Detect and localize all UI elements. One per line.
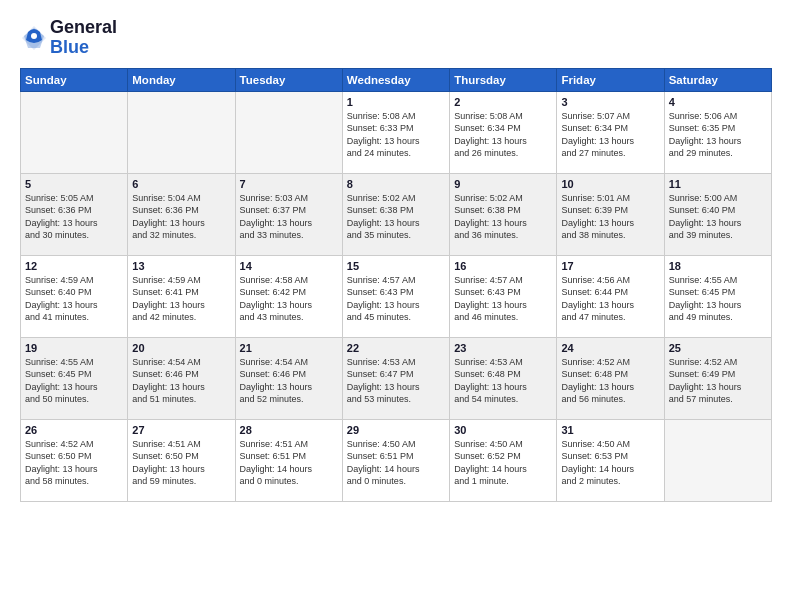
- day-info: Sunrise: 5:00 AM Sunset: 6:40 PM Dayligh…: [669, 192, 767, 242]
- day-info: Sunrise: 5:02 AM Sunset: 6:38 PM Dayligh…: [347, 192, 445, 242]
- weekday-header-saturday: Saturday: [664, 68, 771, 91]
- calendar-cell: 31Sunrise: 4:50 AM Sunset: 6:53 PM Dayli…: [557, 419, 664, 501]
- day-info: Sunrise: 4:52 AM Sunset: 6:48 PM Dayligh…: [561, 356, 659, 406]
- day-number: 24: [561, 342, 659, 354]
- day-number: 8: [347, 178, 445, 190]
- calendar-cell: [128, 91, 235, 173]
- calendar-cell: 26Sunrise: 4:52 AM Sunset: 6:50 PM Dayli…: [21, 419, 128, 501]
- day-number: 15: [347, 260, 445, 272]
- day-info: Sunrise: 4:58 AM Sunset: 6:42 PM Dayligh…: [240, 274, 338, 324]
- calendar-cell: 10Sunrise: 5:01 AM Sunset: 6:39 PM Dayli…: [557, 173, 664, 255]
- day-number: 29: [347, 424, 445, 436]
- day-info: Sunrise: 4:57 AM Sunset: 6:43 PM Dayligh…: [454, 274, 552, 324]
- calendar-cell: 28Sunrise: 4:51 AM Sunset: 6:51 PM Dayli…: [235, 419, 342, 501]
- day-info: Sunrise: 5:04 AM Sunset: 6:36 PM Dayligh…: [132, 192, 230, 242]
- day-info: Sunrise: 5:02 AM Sunset: 6:38 PM Dayligh…: [454, 192, 552, 242]
- day-number: 23: [454, 342, 552, 354]
- calendar-cell: 2Sunrise: 5:08 AM Sunset: 6:34 PM Daylig…: [450, 91, 557, 173]
- calendar-cell: 17Sunrise: 4:56 AM Sunset: 6:44 PM Dayli…: [557, 255, 664, 337]
- day-number: 13: [132, 260, 230, 272]
- day-number: 2: [454, 96, 552, 108]
- day-info: Sunrise: 5:07 AM Sunset: 6:34 PM Dayligh…: [561, 110, 659, 160]
- day-info: Sunrise: 5:01 AM Sunset: 6:39 PM Dayligh…: [561, 192, 659, 242]
- day-info: Sunrise: 4:52 AM Sunset: 6:50 PM Dayligh…: [25, 438, 123, 488]
- calendar-cell: 29Sunrise: 4:50 AM Sunset: 6:51 PM Dayli…: [342, 419, 449, 501]
- day-number: 20: [132, 342, 230, 354]
- calendar-cell: 13Sunrise: 4:59 AM Sunset: 6:41 PM Dayli…: [128, 255, 235, 337]
- day-info: Sunrise: 4:54 AM Sunset: 6:46 PM Dayligh…: [132, 356, 230, 406]
- day-number: 31: [561, 424, 659, 436]
- calendar-cell: 27Sunrise: 4:51 AM Sunset: 6:50 PM Dayli…: [128, 419, 235, 501]
- day-number: 5: [25, 178, 123, 190]
- day-info: Sunrise: 4:50 AM Sunset: 6:51 PM Dayligh…: [347, 438, 445, 488]
- day-number: 27: [132, 424, 230, 436]
- calendar-week-4: 19Sunrise: 4:55 AM Sunset: 6:45 PM Dayli…: [21, 337, 772, 419]
- calendar-cell: 22Sunrise: 4:53 AM Sunset: 6:47 PM Dayli…: [342, 337, 449, 419]
- calendar-cell: 20Sunrise: 4:54 AM Sunset: 6:46 PM Dayli…: [128, 337, 235, 419]
- calendar-cell: 5Sunrise: 5:05 AM Sunset: 6:36 PM Daylig…: [21, 173, 128, 255]
- day-info: Sunrise: 4:50 AM Sunset: 6:52 PM Dayligh…: [454, 438, 552, 488]
- day-number: 1: [347, 96, 445, 108]
- day-number: 19: [25, 342, 123, 354]
- logo-text: General Blue: [50, 18, 117, 58]
- day-info: Sunrise: 4:59 AM Sunset: 6:40 PM Dayligh…: [25, 274, 123, 324]
- day-number: 17: [561, 260, 659, 272]
- calendar-cell: 23Sunrise: 4:53 AM Sunset: 6:48 PM Dayli…: [450, 337, 557, 419]
- header: General Blue: [20, 18, 772, 58]
- day-number: 4: [669, 96, 767, 108]
- calendar-cell: 4Sunrise: 5:06 AM Sunset: 6:35 PM Daylig…: [664, 91, 771, 173]
- calendar-cell: 21Sunrise: 4:54 AM Sunset: 6:46 PM Dayli…: [235, 337, 342, 419]
- calendar-cell: 3Sunrise: 5:07 AM Sunset: 6:34 PM Daylig…: [557, 91, 664, 173]
- calendar-cell: 19Sunrise: 4:55 AM Sunset: 6:45 PM Dayli…: [21, 337, 128, 419]
- weekday-header-tuesday: Tuesday: [235, 68, 342, 91]
- day-info: Sunrise: 4:50 AM Sunset: 6:53 PM Dayligh…: [561, 438, 659, 488]
- calendar-cell: 7Sunrise: 5:03 AM Sunset: 6:37 PM Daylig…: [235, 173, 342, 255]
- day-number: 9: [454, 178, 552, 190]
- day-info: Sunrise: 5:05 AM Sunset: 6:36 PM Dayligh…: [25, 192, 123, 242]
- calendar-cell: [21, 91, 128, 173]
- day-info: Sunrise: 5:03 AM Sunset: 6:37 PM Dayligh…: [240, 192, 338, 242]
- calendar-cell: 25Sunrise: 4:52 AM Sunset: 6:49 PM Dayli…: [664, 337, 771, 419]
- logo: General Blue: [20, 18, 117, 58]
- calendar-cell: 11Sunrise: 5:00 AM Sunset: 6:40 PM Dayli…: [664, 173, 771, 255]
- calendar-cell: 18Sunrise: 4:55 AM Sunset: 6:45 PM Dayli…: [664, 255, 771, 337]
- day-info: Sunrise: 5:08 AM Sunset: 6:34 PM Dayligh…: [454, 110, 552, 160]
- calendar-week-2: 5Sunrise: 5:05 AM Sunset: 6:36 PM Daylig…: [21, 173, 772, 255]
- page: General Blue SundayMondayTuesdayWednesda…: [0, 0, 792, 612]
- weekday-header-row: SundayMondayTuesdayWednesdayThursdayFrid…: [21, 68, 772, 91]
- weekday-header-wednesday: Wednesday: [342, 68, 449, 91]
- weekday-header-friday: Friday: [557, 68, 664, 91]
- calendar-week-5: 26Sunrise: 4:52 AM Sunset: 6:50 PM Dayli…: [21, 419, 772, 501]
- weekday-header-monday: Monday: [128, 68, 235, 91]
- day-info: Sunrise: 4:57 AM Sunset: 6:43 PM Dayligh…: [347, 274, 445, 324]
- calendar-cell: 9Sunrise: 5:02 AM Sunset: 6:38 PM Daylig…: [450, 173, 557, 255]
- calendar-cell: 8Sunrise: 5:02 AM Sunset: 6:38 PM Daylig…: [342, 173, 449, 255]
- calendar-week-1: 1Sunrise: 5:08 AM Sunset: 6:33 PM Daylig…: [21, 91, 772, 173]
- calendar-cell: 12Sunrise: 4:59 AM Sunset: 6:40 PM Dayli…: [21, 255, 128, 337]
- day-number: 3: [561, 96, 659, 108]
- weekday-header-thursday: Thursday: [450, 68, 557, 91]
- day-info: Sunrise: 4:52 AM Sunset: 6:49 PM Dayligh…: [669, 356, 767, 406]
- calendar-cell: 16Sunrise: 4:57 AM Sunset: 6:43 PM Dayli…: [450, 255, 557, 337]
- weekday-header-sunday: Sunday: [21, 68, 128, 91]
- day-number: 26: [25, 424, 123, 436]
- day-number: 10: [561, 178, 659, 190]
- day-info: Sunrise: 4:55 AM Sunset: 6:45 PM Dayligh…: [669, 274, 767, 324]
- day-number: 18: [669, 260, 767, 272]
- day-info: Sunrise: 4:51 AM Sunset: 6:50 PM Dayligh…: [132, 438, 230, 488]
- day-info: Sunrise: 4:59 AM Sunset: 6:41 PM Dayligh…: [132, 274, 230, 324]
- day-info: Sunrise: 4:51 AM Sunset: 6:51 PM Dayligh…: [240, 438, 338, 488]
- calendar-cell: [664, 419, 771, 501]
- day-info: Sunrise: 4:56 AM Sunset: 6:44 PM Dayligh…: [561, 274, 659, 324]
- calendar-cell: 15Sunrise: 4:57 AM Sunset: 6:43 PM Dayli…: [342, 255, 449, 337]
- day-number: 11: [669, 178, 767, 190]
- calendar-week-3: 12Sunrise: 4:59 AM Sunset: 6:40 PM Dayli…: [21, 255, 772, 337]
- calendar-cell: 6Sunrise: 5:04 AM Sunset: 6:36 PM Daylig…: [128, 173, 235, 255]
- calendar-cell: 30Sunrise: 4:50 AM Sunset: 6:52 PM Dayli…: [450, 419, 557, 501]
- calendar-cell: [235, 91, 342, 173]
- day-number: 25: [669, 342, 767, 354]
- svg-point-2: [31, 33, 37, 39]
- day-info: Sunrise: 5:08 AM Sunset: 6:33 PM Dayligh…: [347, 110, 445, 160]
- day-info: Sunrise: 4:53 AM Sunset: 6:48 PM Dayligh…: [454, 356, 552, 406]
- day-number: 14: [240, 260, 338, 272]
